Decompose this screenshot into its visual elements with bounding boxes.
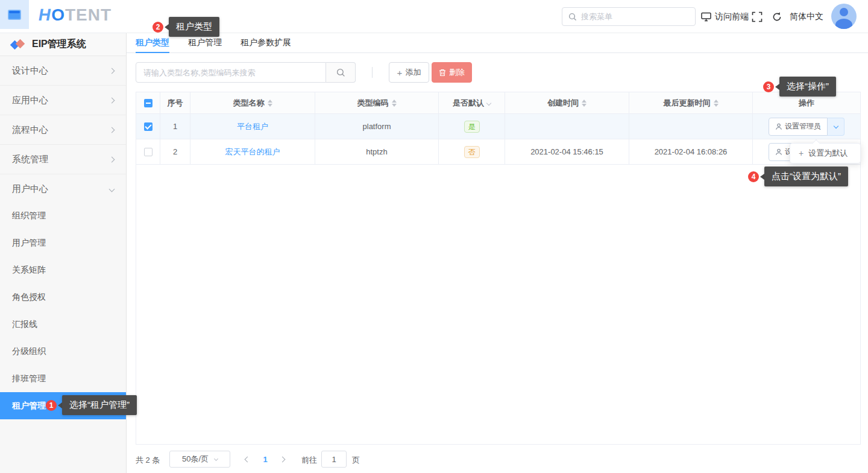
- column-header-is-default[interactable]: 是否默认: [439, 92, 505, 113]
- sidebar-toggle-button[interactable]: [0, 0, 29, 29]
- sidebar-submenu: 组织管理 用户管理 关系矩阵 角色授权 汇报线 分级组织 排班管理 租户管理: [0, 202, 126, 419]
- select-all-checkbox[interactable]: [144, 99, 153, 107]
- type-search-input[interactable]: [136, 62, 326, 83]
- action-dropdown-menu: + 设置为默认: [790, 143, 861, 163]
- default-badge-yes: 是: [464, 121, 480, 133]
- next-page-button[interactable]: [274, 451, 290, 468]
- chevron-right-icon: [109, 156, 115, 162]
- menu-item-set-default[interactable]: 设置为默认: [808, 148, 848, 159]
- tenant-type-table: 序号 类型名称 类型编码 是否默认 创建时间 最后更新时间 操作 1 平台租户 …: [136, 92, 861, 445]
- logo-text: TENT: [65, 5, 112, 24]
- search-icon: [336, 68, 345, 77]
- annotation-step-1: 1 选择“租户管理”: [46, 395, 137, 415]
- default-badge-no: 否: [464, 146, 480, 158]
- sidebar-item-relation-matrix[interactable]: 关系矩阵: [0, 256, 126, 284]
- column-header-code[interactable]: 类型编码: [315, 92, 439, 113]
- sidebar-item-role-authorization[interactable]: 角色授权: [0, 284, 126, 311]
- sidebar-item-org-management[interactable]: 组织管理: [0, 202, 126, 229]
- tenant-type-link[interactable]: 平台租户: [237, 121, 268, 132]
- sort-icon[interactable]: [582, 100, 587, 107]
- eip-logo-icon: [11, 38, 25, 51]
- refresh-button[interactable]: [772, 11, 782, 22]
- sidebar-item-user-center[interactable]: 用户中心: [0, 174, 126, 204]
- column-header-seq: 序号: [160, 92, 190, 113]
- delete-button[interactable]: 删除: [432, 62, 472, 83]
- cell-code: platform: [315, 114, 439, 139]
- table-row[interactable]: 2 宏天平台的租户 htptzh 否 2021-02-04 15:46:15 2…: [136, 139, 860, 165]
- annotation-number-badge: 2: [153, 22, 163, 33]
- cell-created: [505, 114, 629, 139]
- sidebar-item-process-center[interactable]: 流程中心: [0, 115, 126, 145]
- annotation-arrow-icon: [760, 174, 764, 180]
- cell-code: htptzh: [315, 139, 439, 164]
- menu-search-box[interactable]: [562, 7, 696, 26]
- cell-seq: 1: [160, 114, 190, 139]
- annotation-tooltip: 租户类型: [169, 17, 219, 37]
- table-row[interactable]: 1 平台租户 platform 是 设置管理员: [136, 114, 860, 139]
- column-header-updated[interactable]: 最后更新时间: [629, 92, 753, 113]
- page-number-current[interactable]: 1: [257, 451, 274, 468]
- visit-frontend-link[interactable]: 访问前端: [701, 0, 749, 33]
- column-header-created[interactable]: 创建时间: [505, 92, 629, 113]
- chevron-left-icon: [244, 456, 250, 462]
- menu-search-input[interactable]: [581, 12, 689, 21]
- sidebar-item-reporting-line[interactable]: 汇报线: [0, 311, 126, 338]
- cell-created: 2021-02-04 15:46:15: [505, 139, 629, 164]
- language-switch[interactable]: 简体中文: [790, 0, 823, 33]
- sidebar-item-shift-management[interactable]: 排班管理: [0, 365, 126, 392]
- top-header: HOTENT 访问前端 简体中文: [0, 0, 868, 33]
- annotation-tooltip: 选择“租户管理”: [62, 395, 137, 415]
- logo-o: O: [51, 5, 65, 24]
- tenant-type-link[interactable]: 宏天平台的租户: [225, 147, 280, 157]
- sidebar-item-app-center[interactable]: 应用中心: [0, 86, 126, 115]
- sidebar-item-hierarchical-org[interactable]: 分级组织: [0, 338, 126, 365]
- annotation-step-4: 4 点击“设置为默认”: [748, 167, 848, 186]
- sidebar-app-title: EIP管理系统: [0, 33, 126, 56]
- person-icon: [775, 123, 782, 130]
- table-header-row: 序号 类型名称 类型编码 是否默认 创建时间 最后更新时间 操作: [136, 92, 860, 114]
- person-icon: [775, 148, 782, 156]
- trash-icon: [439, 69, 446, 77]
- row-checkbox[interactable]: [144, 122, 153, 131]
- column-header-name[interactable]: 类型名称: [190, 92, 315, 113]
- sort-icon[interactable]: [392, 100, 397, 107]
- sidebar-title-label: EIP管理系统: [32, 38, 86, 51]
- page-size-select[interactable]: 50条/页: [169, 451, 230, 468]
- sidebar-item-design-center[interactable]: 设计中心: [0, 56, 126, 86]
- sort-icon[interactable]: [268, 100, 272, 107]
- set-admin-button[interactable]: 设置管理员: [769, 118, 828, 136]
- chevron-right-icon: [279, 456, 285, 462]
- annotation-arrow-icon: [165, 24, 169, 30]
- content-tabbar: 租户类型 租户管理 租户参数扩展: [127, 33, 868, 53]
- cell-updated: [629, 114, 753, 139]
- pagination-total: 共 2 条: [136, 455, 160, 466]
- app-logo: HOTENT: [39, 5, 112, 25]
- tab-tenant-param-extension[interactable]: 租户参数扩展: [241, 33, 291, 52]
- sort-icon[interactable]: [714, 100, 719, 107]
- action-dropdown-toggle[interactable]: [828, 118, 844, 136]
- sidebar-item-system-management[interactable]: 系统管理: [0, 145, 126, 174]
- chevron-right-icon: [109, 68, 115, 74]
- fullscreen-button[interactable]: [752, 11, 763, 22]
- user-avatar[interactable]: [831, 4, 857, 29]
- row-checkbox[interactable]: [144, 148, 153, 156]
- annotation-tooltip: 选择“操作”: [779, 77, 836, 97]
- prev-page-button[interactable]: [239, 451, 255, 468]
- filter-chevron-icon[interactable]: [486, 100, 491, 105]
- visit-frontend-label: 访问前端: [715, 11, 749, 22]
- avatar-person-icon: [840, 8, 848, 16]
- search-button[interactable]: [326, 62, 356, 83]
- annotation-tooltip: 点击“设置为默认”: [764, 167, 848, 186]
- add-button[interactable]: + 添加: [389, 62, 429, 83]
- chevron-right-icon: [109, 97, 115, 103]
- type-search-box: [136, 62, 356, 83]
- fullscreen-icon: [752, 11, 763, 22]
- annotation-step-2: 2 租户类型: [153, 17, 219, 37]
- goto-page-input[interactable]: [321, 451, 347, 468]
- cell-seq: 2: [160, 139, 190, 164]
- sidebar-item-user-management[interactable]: 用户管理: [0, 229, 126, 256]
- chevron-down-icon: [214, 456, 218, 460]
- search-icon: [568, 13, 577, 21]
- annotation-number-badge: 3: [763, 81, 774, 92]
- plus-icon: +: [397, 68, 403, 78]
